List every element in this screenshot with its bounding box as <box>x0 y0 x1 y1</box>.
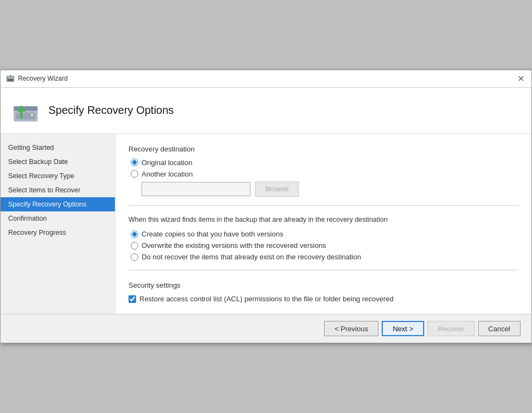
sidebar-item-select-recovery-type[interactable]: Select Recovery Type <box>1 169 115 183</box>
radio-original-label: Original location <box>142 159 192 167</box>
sidebar-item-specify-recovery-options[interactable]: Specify Recovery Options <box>1 197 115 211</box>
section-divider-1 <box>129 205 518 206</box>
radio-do-not-recover-label: Do not recover the items that already ex… <box>142 253 361 261</box>
sidebar-item-select-backup-date[interactable]: Select Backup Date <box>1 155 115 169</box>
title-bar-text: Recovery Wizard <box>18 75 68 82</box>
recovery-wizard-window: Recovery Wizard ✕ Specify Recovery Optio… <box>0 70 532 344</box>
location-input[interactable] <box>142 182 250 196</box>
radio-do-not-recover[interactable]: Do not recover the items that already ex… <box>131 253 518 261</box>
radio-overwrite-input[interactable] <box>131 242 138 250</box>
security-section-title: Security settings <box>129 281 518 289</box>
header-icon <box>11 96 40 125</box>
conflict-description: When this wizard finds items in the back… <box>129 215 518 225</box>
title-bar: Recovery Wizard ✕ <box>1 70 531 88</box>
browse-button[interactable]: Browse <box>255 181 299 197</box>
titlebar-icon <box>6 74 15 83</box>
radio-another-input[interactable] <box>131 170 138 178</box>
acl-checkbox[interactable] <box>129 295 136 303</box>
close-button[interactable]: ✕ <box>515 73 526 84</box>
footer: < Previous Next > Recover Cancel <box>1 314 531 343</box>
destination-radio-group: Original location Another location <box>129 159 518 178</box>
radio-another-label: Another location <box>142 170 193 178</box>
radio-create-copies-input[interactable] <box>131 230 138 238</box>
title-bar-left: Recovery Wizard <box>6 74 68 83</box>
content-area: Getting Started Select Backup Date Selec… <box>1 134 531 314</box>
destination-section-title: Recovery destination <box>129 145 518 153</box>
conflict-radio-group: Create copies so that you have both vers… <box>129 230 518 261</box>
acl-checkbox-label[interactable]: Restore access control list (ACL) permis… <box>129 295 518 303</box>
radio-original-location[interactable]: Original location <box>131 159 518 167</box>
sidebar-item-select-items-to-recover[interactable]: Select Items to Recover <box>1 183 115 197</box>
radio-create-copies-label: Create copies so that you have both vers… <box>142 230 283 238</box>
radio-original-input[interactable] <box>131 159 138 166</box>
cancel-button[interactable]: Cancel <box>478 321 521 336</box>
recover-button[interactable]: Recover <box>427 321 474 336</box>
svg-point-7 <box>30 113 34 117</box>
sidebar-item-confirmation[interactable]: Confirmation <box>1 211 115 226</box>
sidebar-item-recovery-progress[interactable]: Recovery Progress <box>1 226 115 240</box>
radio-do-not-recover-input[interactable] <box>131 253 138 261</box>
radio-overwrite-label: Overwrite the existing versions with the… <box>142 241 326 250</box>
location-row: Browse <box>142 181 518 197</box>
svg-rect-2 <box>8 79 13 81</box>
next-button[interactable]: Next > <box>382 321 424 336</box>
page-title: Specify Recovery Options <box>48 104 174 117</box>
acl-label-text: Restore access control list (ACL) permis… <box>139 295 394 303</box>
sidebar-item-getting-started[interactable]: Getting Started <box>1 141 115 155</box>
section-divider-2 <box>129 270 518 270</box>
radio-another-location[interactable]: Another location <box>131 170 518 178</box>
radio-overwrite[interactable]: Overwrite the existing versions with the… <box>131 241 518 250</box>
radio-create-copies[interactable]: Create copies so that you have both vers… <box>131 230 518 238</box>
main-content: Recovery destination Original location A… <box>115 134 531 314</box>
previous-button[interactable]: < Previous <box>324 321 378 336</box>
security-section: Security settings Restore access control… <box>129 281 518 303</box>
svg-rect-5 <box>14 106 38 111</box>
sidebar: Getting Started Select Backup Date Selec… <box>1 134 115 314</box>
header: Specify Recovery Options <box>1 88 531 134</box>
